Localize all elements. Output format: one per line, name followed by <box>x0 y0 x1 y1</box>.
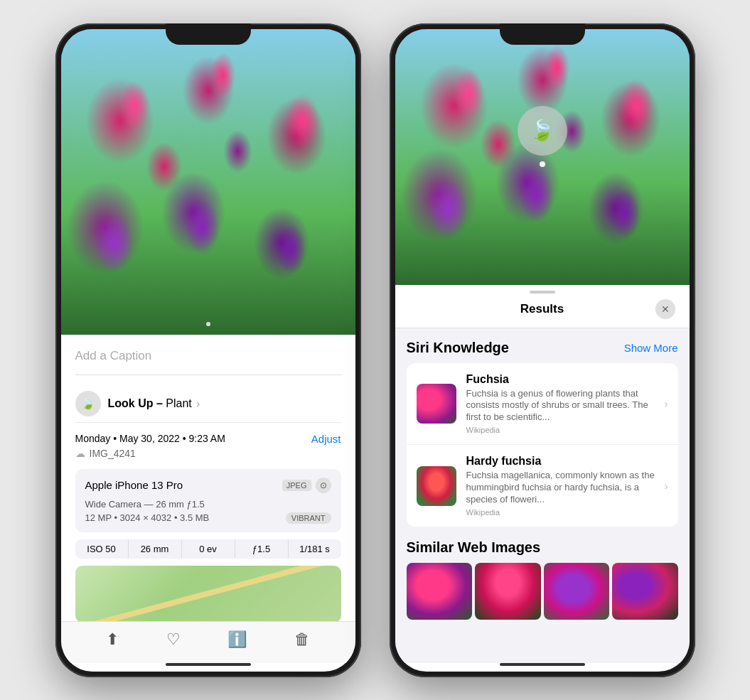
similar-image-3[interactable] <box>544 563 610 620</box>
fuchsia-text: Fuchsia Fuchsia is a genus of flowering … <box>466 373 655 435</box>
flower-photo <box>61 29 355 335</box>
knowledge-card: Fuchsia Fuchsia is a genus of flowering … <box>407 363 678 527</box>
exif-shutter: 1/181 s <box>289 539 341 559</box>
similar-image-2[interactable] <box>475 563 541 620</box>
home-indicator-1 <box>166 663 251 666</box>
share-button[interactable]: ⬆ <box>106 630 119 649</box>
date-row: Monday • May 30, 2022 • 9:23 AM Adjust <box>75 433 341 445</box>
lookup-plant-icon: 🍃 <box>75 391 101 416</box>
fuchsia-thumb-img <box>417 384 456 424</box>
phone-2-screen: 🍃 Results ✕ Siri Knowledge Show More <box>395 29 690 672</box>
fuchsia-name: Fuchsia <box>466 373 655 386</box>
hardy-name: Hardy fuchsia <box>466 455 655 468</box>
device-header: Apple iPhone 13 Pro JPEG ⊙ <box>85 478 331 493</box>
hardy-description: Fuchsia magellanica, commonly known as t… <box>466 470 655 506</box>
phone-notch-1 <box>166 23 251 45</box>
lookup-row[interactable]: 🍃 Look Up – Plant › <box>75 385 341 423</box>
phone-notch-2 <box>500 23 585 45</box>
similar-images-row <box>407 563 678 620</box>
visual-search-dot <box>540 161 545 167</box>
lookup-chevron-icon: › <box>196 398 200 409</box>
mp-text: 12 MP • 3024 × 4032 • 3.5 MB <box>85 512 210 523</box>
lookup-label: Look Up – <box>108 397 163 409</box>
phones-container: Add a Caption 🍃 Look Up – Plant › Monday… <box>55 23 695 677</box>
phone-1: Add a Caption 🍃 Look Up – Plant › Monday… <box>55 23 361 677</box>
hardy-thumbnail <box>417 466 456 506</box>
hardy-thumb-img <box>417 466 456 506</box>
visual-search-circle: 🍃 <box>518 106 567 156</box>
knowledge-item-fuchsia[interactable]: Fuchsia Fuchsia is a genus of flowering … <box>407 363 678 446</box>
map-preview[interactable] <box>75 566 341 621</box>
device-card: Apple iPhone 13 Pro JPEG ⊙ Wide Camera —… <box>75 469 341 532</box>
caption-field[interactable]: Add a Caption <box>75 346 341 375</box>
home-indicator-2 <box>500 663 585 666</box>
exif-row: ISO 50 26 mm 0 ev ƒ1.5 1/181 s <box>75 539 341 559</box>
filename-text: IMG_4241 <box>90 448 136 459</box>
drag-handle <box>530 291 555 294</box>
fuchsia-description: Fuchsia is a genus of flowering plants t… <box>466 388 655 424</box>
flower-photo-2: 🍃 <box>395 29 690 285</box>
results-scroll[interactable]: Siri Knowledge Show More Fuchsia Fuchsia… <box>395 328 690 663</box>
trash-button[interactable]: 🗑 <box>294 630 310 649</box>
knowledge-item-hardy[interactable]: Hardy fuchsia Fuchsia magellanica, commo… <box>407 445 678 527</box>
siri-knowledge-header: Siri Knowledge Show More <box>407 328 678 363</box>
flower-petals-2 <box>395 29 690 285</box>
location-icon: ⊙ <box>316 478 331 493</box>
results-title: Results <box>429 302 655 316</box>
camera-info: Wide Camera — 26 mm ƒ1.5 <box>85 499 331 510</box>
show-more-button[interactable]: Show More <box>624 342 678 354</box>
exif-ev: 0 ev <box>182 539 235 559</box>
similar-images-title: Similar Web Images <box>407 529 678 563</box>
map-road <box>79 566 337 621</box>
siri-knowledge-title: Siri Knowledge <box>407 340 509 356</box>
fuchsia-source: Wikipedia <box>466 426 655 434</box>
exif-aperture: ƒ1.5 <box>235 539 289 559</box>
phone1-content: Add a Caption 🍃 Look Up – Plant › Monday… <box>61 335 355 621</box>
heart-button[interactable]: ♡ <box>166 630 181 649</box>
hardy-chevron-icon: › <box>665 480 668 492</box>
exif-focal: 26 mm <box>129 539 182 559</box>
cloud-icon: ☁ <box>75 448 85 459</box>
toolbar: ⬆ ♡ ℹ️ 🗑 <box>61 621 355 663</box>
filename-row: ☁ IMG_4241 <box>75 448 341 459</box>
lookup-subject: Plant <box>166 397 191 409</box>
flower-petals <box>61 29 355 335</box>
device-badges: JPEG ⊙ <box>282 478 331 493</box>
date-text: Monday • May 30, 2022 • 9:23 AM <box>75 433 225 444</box>
fuchsia-thumbnail <box>417 384 456 424</box>
results-panel: Results ✕ Siri Knowledge Show More <box>395 285 690 663</box>
exif-iso: ISO 50 <box>75 539 129 559</box>
jpeg-badge: JPEG <box>282 480 311 491</box>
similar-image-1[interactable] <box>407 563 473 620</box>
phone-2: 🍃 Results ✕ Siri Knowledge Show More <box>390 23 695 677</box>
info-button[interactable]: ℹ️ <box>227 630 247 649</box>
similar-image-4[interactable] <box>612 563 678 620</box>
photo-pagination-dot <box>206 322 210 326</box>
vibrant-badge: VIBRANT <box>286 512 331 524</box>
hardy-text: Hardy fuchsia Fuchsia magellanica, commo… <box>466 455 655 517</box>
phone-1-screen: Add a Caption 🍃 Look Up – Plant › Monday… <box>61 29 355 672</box>
results-header: Results ✕ <box>395 285 690 328</box>
hardy-source: Wikipedia <box>466 508 655 517</box>
adjust-button[interactable]: Adjust <box>311 433 341 445</box>
close-button[interactable]: ✕ <box>655 299 675 319</box>
mp-row: 12 MP • 3024 × 4032 • 3.5 MB VIBRANT <box>85 512 331 524</box>
lookup-text: Look Up – Plant › <box>108 397 200 410</box>
fuchsia-chevron-icon: › <box>665 398 668 409</box>
device-name: Apple iPhone 13 Pro <box>85 479 183 491</box>
